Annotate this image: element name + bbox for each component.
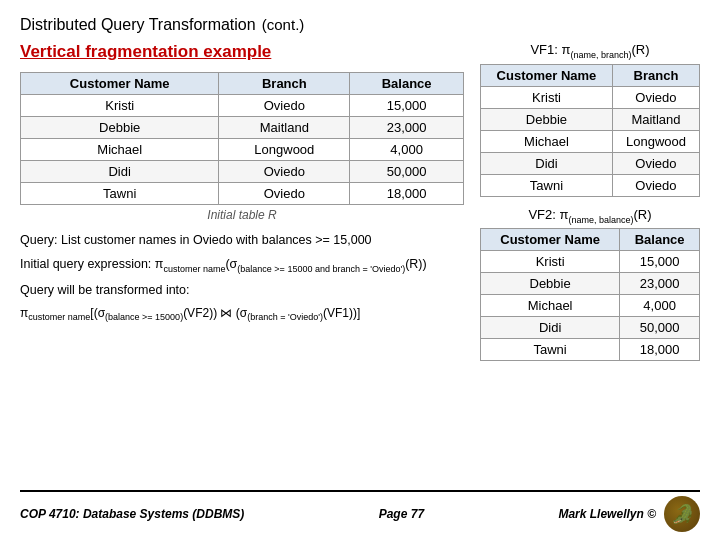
- vf2-block: VF2: π(name, balance)(R) Customer Name B…: [480, 207, 700, 362]
- table-cell: 50,000: [350, 161, 464, 183]
- table-cell: Kristi: [21, 95, 219, 117]
- table-cell: 23,000: [620, 273, 700, 295]
- vf2-col-customer: Customer Name: [481, 229, 620, 251]
- table-cell: Oviedo: [612, 86, 699, 108]
- col-header-customer-name: Customer Name: [21, 73, 219, 95]
- vert-frag-label: Vertical fragmentation example: [20, 42, 464, 62]
- table-cell: 18,000: [350, 183, 464, 205]
- left-section: Vertical fragmentation example Customer …: [20, 42, 464, 361]
- query-section: Query: List customer names in Oviedo wit…: [20, 230, 464, 325]
- query-line1: Query: List customer names in Oviedo wit…: [20, 230, 464, 250]
- query-line4: πcustomer name[(σ(balance >= 15000)(VF2)…: [20, 304, 464, 325]
- vf2-formula: VF2: π(name, balance)(R): [480, 207, 700, 225]
- table-cell: Didi: [481, 152, 613, 174]
- table-cell: Debbie: [21, 117, 219, 139]
- table-cell: Oviedo: [219, 183, 350, 205]
- title-cont: (cont.): [262, 16, 305, 33]
- table-cell: Debbie: [481, 273, 620, 295]
- main-title: Distributed Query Transformation (cont.): [20, 10, 700, 36]
- table-cell: Tawni: [21, 183, 219, 205]
- vf1-col-branch: Branch: [612, 64, 699, 86]
- table-cell: Michael: [481, 295, 620, 317]
- table-cell: Didi: [21, 161, 219, 183]
- table-cell: Michael: [481, 130, 613, 152]
- table-cell: 23,000: [350, 117, 464, 139]
- page: Distributed Query Transformation (cont.)…: [0, 0, 720, 540]
- title-text: Distributed Query Transformation: [20, 16, 256, 33]
- right-section: VF1: π(name, branch)(R) Customer Name Br…: [480, 42, 700, 361]
- footer-right: Mark Llewellyn ©: [558, 507, 656, 521]
- initial-table-label: Initial table R: [20, 208, 464, 222]
- table-cell: Maitland: [612, 108, 699, 130]
- query-line2: Initial query expression: πcustomer name…: [20, 254, 464, 276]
- table-cell: Didi: [481, 317, 620, 339]
- table-cell: Oviedo: [219, 161, 350, 183]
- initial-table: Customer Name Branch Balance KristiOvied…: [20, 72, 464, 205]
- footer-left: COP 4710: Database Systems (DDBMS): [20, 507, 244, 521]
- table-cell: 4,000: [350, 139, 464, 161]
- table-cell: Tawni: [481, 339, 620, 361]
- table-cell: 15,000: [350, 95, 464, 117]
- vf1-block: VF1: π(name, branch)(R) Customer Name Br…: [480, 42, 700, 197]
- table-cell: Oviedo: [219, 95, 350, 117]
- col-header-branch: Branch: [219, 73, 350, 95]
- vf1-table: Customer Name Branch KristiOviedoDebbieM…: [480, 64, 700, 197]
- right-tables: VF1: π(name, branch)(R) Customer Name Br…: [480, 42, 700, 361]
- table-cell: Longwood: [219, 139, 350, 161]
- table-cell: Tawni: [481, 174, 613, 196]
- vf1-col-customer: Customer Name: [481, 64, 613, 86]
- table-cell: Oviedo: [612, 152, 699, 174]
- table-cell: 15,000: [620, 251, 700, 273]
- table-cell: Kristi: [481, 86, 613, 108]
- query-line3: Query will be transformed into:: [20, 280, 464, 300]
- table-cell: Longwood: [612, 130, 699, 152]
- table-cell: 18,000: [620, 339, 700, 361]
- vf1-formula: VF1: π(name, branch)(R): [480, 42, 700, 60]
- table-cell: Kristi: [481, 251, 620, 273]
- col-header-balance: Balance: [350, 73, 464, 95]
- table-cell: Maitland: [219, 117, 350, 139]
- vf2-table: Customer Name Balance Kristi15,000Debbie…: [480, 228, 700, 361]
- footer: COP 4710: Database Systems (DDBMS) Page …: [20, 490, 700, 532]
- table-cell: Michael: [21, 139, 219, 161]
- table-cell: Debbie: [481, 108, 613, 130]
- table-cell: Oviedo: [612, 174, 699, 196]
- vf2-col-balance: Balance: [620, 229, 700, 251]
- table-cell: 4,000: [620, 295, 700, 317]
- footer-center: Page 77: [379, 507, 424, 521]
- logo-icon: 🐊: [664, 496, 700, 532]
- table-cell: 50,000: [620, 317, 700, 339]
